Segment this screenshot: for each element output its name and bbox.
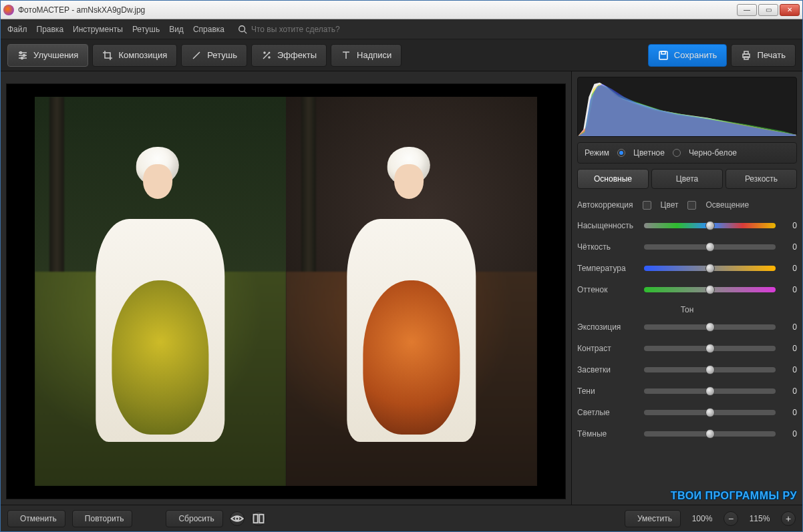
- menu-edit[interactable]: Правка: [37, 25, 64, 34]
- zoom-value: 115%: [745, 514, 774, 523]
- svg-rect-14: [659, 51, 667, 59]
- crop-icon: [102, 50, 113, 61]
- sliders-icon: [17, 50, 28, 61]
- brush-icon: [191, 50, 202, 61]
- redo-button[interactable]: Повторить: [72, 510, 133, 527]
- app-icon: [3, 5, 14, 15]
- original-image: [35, 97, 286, 487]
- menu-tools[interactable]: Инструменты: [73, 25, 123, 34]
- tool-effects-label: Эффекты: [277, 50, 317, 60]
- menubar: Файл Правка Инструменты Ретушь Вид Справ…: [1, 19, 802, 39]
- print-icon: [741, 50, 752, 61]
- zoom-in-button[interactable]: +: [781, 511, 796, 526]
- tab-sharpness[interactable]: Резкость: [726, 169, 797, 189]
- svg-line-1: [245, 31, 247, 33]
- svg-point-19: [235, 517, 238, 520]
- tool-retouch-label: Ретушь: [207, 50, 237, 60]
- svg-point-10: [264, 52, 265, 53]
- reset-button[interactable]: Сбросить: [166, 510, 222, 527]
- tab-basic[interactable]: Основные: [577, 169, 649, 189]
- autocorrect-color-label: Цвет: [661, 200, 679, 210]
- text-icon: [341, 50, 351, 61]
- maximize-button[interactable]: ▭: [758, 4, 778, 16]
- close-button[interactable]: ✕: [780, 4, 800, 16]
- tone-header: Тон: [577, 305, 797, 314]
- mode-color-radio[interactable]: [617, 149, 625, 157]
- processed-image: [286, 97, 537, 487]
- undo-button[interactable]: Отменить: [7, 510, 65, 527]
- toolbar: Улучшения Композиция Ретушь Эффекты Надп…: [1, 39, 802, 71]
- slider-contrast[interactable]: Контраст0: [577, 340, 797, 357]
- slider-temperature[interactable]: Температура 0: [577, 260, 797, 277]
- slider-shadows[interactable]: Тени0: [577, 382, 797, 400]
- search-icon: [238, 25, 247, 34]
- tool-crop[interactable]: Композиция: [92, 44, 177, 67]
- svg-rect-18: [744, 57, 748, 59]
- slider-blacks[interactable]: Тёмные0: [577, 425, 797, 443]
- autocorrect-light-label: Освещение: [705, 200, 749, 210]
- side-panel: Режим Цветное Черно-белое Основные Цвета…: [571, 71, 802, 505]
- tab-colors[interactable]: Цвета: [651, 169, 723, 189]
- slider-whites[interactable]: Светлые0: [577, 404, 797, 421]
- svg-rect-17: [744, 51, 748, 54]
- histogram[interactable]: [577, 77, 797, 137]
- svg-rect-21: [259, 514, 263, 523]
- titlebar: ФотоМАСТЕР - amNskXA9gDw.jpg — ▭ ✕: [1, 1, 802, 19]
- search-input[interactable]: [251, 25, 371, 34]
- slider-saturation[interactable]: Насыщенность 0: [577, 217, 797, 234]
- mode-bw-label: Черно-белое: [689, 148, 737, 158]
- compare-icon: [252, 512, 265, 525]
- tool-text[interactable]: Надписи: [331, 44, 402, 67]
- menu-view[interactable]: Вид: [169, 25, 184, 34]
- menu-file[interactable]: Файл: [7, 25, 27, 34]
- panel-tabs: Основные Цвета Резкость: [577, 169, 797, 189]
- save-icon: [658, 50, 669, 61]
- tool-enhance-label: Улучшения: [33, 50, 78, 60]
- compare-toggle[interactable]: [251, 511, 266, 526]
- save-button[interactable]: Сохранить: [648, 44, 728, 67]
- slider-clarity[interactable]: Чёткость 0: [577, 238, 797, 256]
- tool-text-label: Надписи: [357, 50, 391, 60]
- tool-crop-label: Композиция: [118, 50, 167, 60]
- mode-label: Режим: [585, 148, 609, 158]
- print-button-label: Печать: [757, 50, 786, 60]
- menu-help[interactable]: Справка: [193, 25, 224, 34]
- svg-rect-15: [661, 51, 665, 54]
- menu-retouch[interactable]: Ретушь: [132, 25, 160, 34]
- wand-icon: [261, 50, 272, 61]
- watermark: ТВОИ ПРОГРАММЫ РУ: [577, 490, 797, 502]
- autocorrect-light-check[interactable]: [687, 201, 696, 210]
- mode-row: Режим Цветное Черно-белое: [577, 142, 797, 164]
- autocorrect-color-check[interactable]: [643, 201, 651, 210]
- slider-tint[interactable]: Оттенок 0: [577, 281, 797, 298]
- preview-toggle[interactable]: [230, 511, 245, 526]
- zoom-out-button[interactable]: −: [724, 511, 738, 526]
- statusbar: Отменить Повторить Сбросить Уместить 100…: [1, 505, 802, 531]
- window-title: ФотоМАСТЕР - amNskXA9gDw.jpg: [18, 5, 737, 15]
- save-button-label: Сохранить: [674, 50, 717, 60]
- svg-point-0: [239, 25, 245, 31]
- mode-bw-radio[interactable]: [673, 149, 681, 157]
- search-bar[interactable]: [238, 25, 371, 34]
- controls: Автокоррекция Цвет Освещение Насыщенност…: [577, 194, 797, 502]
- fit-button[interactable]: Уместить: [625, 510, 681, 527]
- print-button[interactable]: Печать: [731, 44, 796, 67]
- svg-rect-20: [253, 514, 257, 523]
- tool-effects[interactable]: Эффекты: [251, 44, 327, 67]
- zoom-fit-value: 100%: [687, 514, 717, 523]
- canvas-area: [1, 71, 571, 505]
- tool-enhance[interactable]: Улучшения: [7, 44, 88, 67]
- eye-icon: [230, 512, 244, 525]
- image-frame[interactable]: [6, 83, 566, 499]
- minimize-button[interactable]: —: [737, 4, 757, 16]
- tool-retouch[interactable]: Ретушь: [181, 44, 247, 67]
- autocorrect-label: Автокоррекция: [577, 200, 633, 210]
- slider-exposure[interactable]: Экспозиция0: [577, 318, 797, 336]
- slider-highlights[interactable]: Засветки0: [577, 361, 797, 378]
- mode-color-label: Цветное: [633, 148, 665, 158]
- svg-point-11: [269, 57, 270, 58]
